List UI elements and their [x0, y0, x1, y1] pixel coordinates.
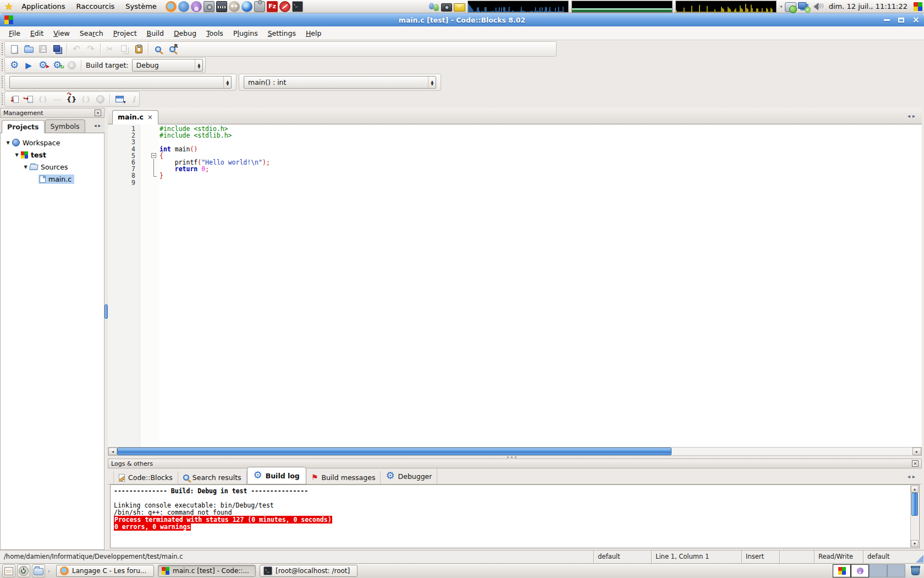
expand-arrow-icon[interactable]: ▼: [21, 165, 30, 170]
resize-grip[interactable]: [916, 555, 923, 563]
menu-plugins[interactable]: Plugins: [228, 28, 263, 39]
menu-edit[interactable]: Edit: [25, 28, 48, 39]
launcher-expand-icon[interactable]: ›: [47, 568, 51, 574]
new-file-button[interactable]: [7, 42, 21, 56]
menu-settings[interactable]: Settings: [263, 28, 301, 39]
debugging-windows-button[interactable]: [112, 92, 127, 106]
tabs-scroll-arrows-icon[interactable]: ◂▸: [94, 123, 102, 128]
firefox-icon[interactable]: [166, 1, 177, 12]
taskbar-window-terminal[interactable]: [root@localhost: /root]: [260, 565, 358, 577]
package-manager-icon[interactable]: [254, 1, 265, 12]
trash-button[interactable]: [911, 567, 920, 575]
menu-project[interactable]: Project: [108, 28, 142, 39]
screen-tool-icon[interactable]: [279, 1, 290, 12]
taskbar-window-firefox[interactable]: Langage C - Les foru...: [56, 565, 154, 577]
log-tab-code-blocks[interactable]: Code::Blocks: [113, 471, 178, 484]
close-management-icon[interactable]: ×: [95, 110, 101, 116]
titlebar[interactable]: main.c [test] - Code::Blocks 8.02 ×: [0, 13, 924, 26]
google-earth-icon[interactable]: [241, 1, 252, 12]
menu-tools[interactable]: Tools: [201, 28, 228, 39]
terminal-icon[interactable]: [292, 1, 303, 12]
tree-item-test[interactable]: ▼test: [1, 149, 104, 161]
fold-start-icon[interactable]: [140, 152, 160, 159]
clock[interactable]: dim. 12 juil., 11:11:22: [829, 2, 908, 10]
spinner-icon[interactable]: ▲▼: [428, 77, 436, 88]
notes-launcher-button[interactable]: [2, 564, 15, 577]
workspace-1[interactable]: [833, 564, 851, 577]
function-combo[interactable]: main() : int ▲▼: [244, 76, 436, 89]
volume-icon[interactable]: [812, 1, 823, 12]
raccourcis-menu[interactable]: Raccourcis: [71, 2, 120, 10]
remote-desktop-icon[interactable]: [798, 1, 810, 12]
vscroll-track[interactable]: [911, 493, 919, 540]
gimp-icon[interactable]: [229, 1, 240, 12]
menu-view[interactable]: View: [48, 28, 75, 39]
main-menu-star-icon[interactable]: ★: [4, 2, 13, 12]
thunderbird-icon[interactable]: [178, 1, 189, 12]
home-launcher-button[interactable]: [32, 564, 45, 577]
log-tab-debugger[interactable]: Debugger: [381, 468, 437, 484]
tab-symbols[interactable]: Symbols: [45, 119, 85, 133]
tab-projects[interactable]: Projects: [2, 120, 45, 133]
messenger-icon[interactable]: [785, 2, 796, 12]
scroll-right-icon[interactable]: ▸: [912, 448, 921, 455]
scroll-up-icon[interactable]: ▴: [911, 486, 919, 493]
tree-item-sources[interactable]: ▼Sources: [1, 161, 104, 173]
video-player-icon[interactable]: [216, 1, 227, 12]
maximize-button[interactable]: [898, 18, 904, 23]
build-and-run-button[interactable]: [36, 59, 50, 72]
menu-help[interactable]: Help: [301, 28, 327, 39]
next-instruction-button[interactable]: [64, 92, 79, 106]
codeblocks-tray-icon[interactable]: [914, 2, 922, 11]
minimize-button[interactable]: [884, 19, 890, 21]
open-file-button[interactable]: [21, 42, 36, 56]
close-window-button[interactable]: ×: [912, 15, 920, 24]
users-icon[interactable]: [428, 1, 439, 12]
close-logs-icon[interactable]: ×: [912, 460, 919, 467]
editor-tabs-nav-icon[interactable]: ◂▸: [908, 113, 917, 119]
tray-collapse-icon[interactable]: ◂: [779, 4, 783, 9]
menu-build[interactable]: Build: [142, 28, 169, 39]
workspace-3[interactable]: [869, 564, 887, 577]
workspace-2[interactable]: [851, 564, 869, 577]
logs-tabs-nav-icon[interactable]: ◂▸: [908, 473, 917, 479]
replace-button[interactable]: [165, 42, 179, 56]
build-button[interactable]: [7, 59, 21, 72]
log-tab-search-results[interactable]: Search results: [178, 471, 247, 484]
disk-monitor[interactable]: [675, 1, 777, 13]
tree-item-main-c[interactable]: main.c: [1, 173, 104, 185]
debug-run-to-cursor-button[interactable]: [7, 92, 21, 106]
spinner-icon[interactable]: ▲▼: [195, 59, 202, 71]
hscroll-track[interactable]: [117, 448, 912, 455]
audio-player-icon[interactable]: [204, 1, 215, 12]
cpu-monitor[interactable]: [468, 1, 569, 13]
find-button[interactable]: [151, 42, 165, 56]
close-tab-icon[interactable]: ×: [147, 114, 153, 120]
expand-arrow-icon[interactable]: ▼: [13, 152, 21, 157]
editor-hscrollbar[interactable]: ◂ ▸: [108, 447, 922, 456]
editor-tab-main-c[interactable]: main.c ×: [112, 110, 158, 124]
spinner-icon[interactable]: ▲▼: [223, 77, 231, 88]
log-tab-build-messages[interactable]: Build messages: [306, 471, 381, 484]
run-button[interactable]: [21, 59, 36, 72]
hscroll-thumb[interactable]: [117, 448, 672, 455]
log-vscrollbar[interactable]: ▴ ▾: [910, 486, 919, 547]
filezilla-icon[interactable]: [267, 1, 278, 12]
applications-menu[interactable]: Applications: [16, 2, 70, 10]
menu-file[interactable]: File: [4, 28, 25, 39]
pidgin-icon[interactable]: [191, 1, 202, 12]
build-target-combo[interactable]: Debug ▲▼: [132, 59, 203, 72]
mail-icon[interactable]: [454, 3, 465, 12]
scroll-left-icon[interactable]: ◂: [108, 448, 117, 455]
taskbar-window-codeblocks[interactable]: main.c [test] - Code::...: [158, 565, 256, 577]
scope-combo[interactable]: ▲▼: [9, 76, 232, 89]
paste-button[interactable]: [131, 42, 146, 56]
screenshot-icon[interactable]: [441, 3, 452, 12]
save-all-button[interactable]: [50, 42, 64, 56]
menu-debug[interactable]: Debug: [169, 28, 201, 39]
rebuild-button[interactable]: [50, 59, 64, 72]
scroll-down-icon[interactable]: ▾: [911, 540, 919, 547]
systeme-menu[interactable]: Système: [120, 2, 162, 10]
logout-button[interactable]: [17, 564, 30, 577]
tree-item-workspace[interactable]: ▼Workspace: [1, 137, 104, 149]
